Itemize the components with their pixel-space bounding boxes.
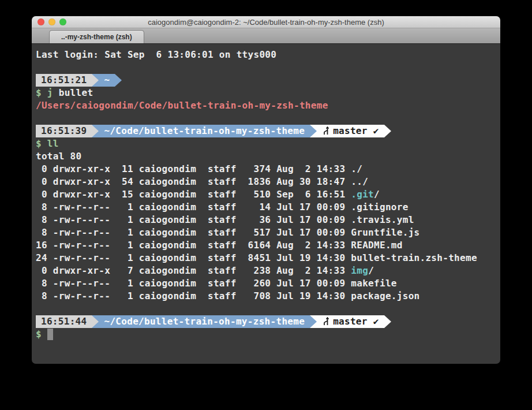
window-title: caiogondim@caiogondim-2: ~/Code/bullet-t… xyxy=(148,18,384,27)
prompt-segment-git: master ✔ xyxy=(317,125,384,137)
prompt-segment-path: ~ xyxy=(99,74,115,87)
prompt-segment-time: 16:51:21 xyxy=(36,74,92,87)
terminal-line: 16:51:39~/Code/bullet-train-oh-my-zsh-th… xyxy=(36,125,496,137)
text-run: .git xyxy=(351,188,374,201)
terminal-line: 8 -rw-r--r-- 1 caiogondim staff 14 Jul 1… xyxy=(36,201,496,214)
powerline-arrow-icon xyxy=(115,74,122,87)
terminal-line: $ ll xyxy=(36,137,496,150)
powerline-arrow-icon xyxy=(310,125,317,137)
text-run: 0 drwxr-xr-x 11 caiogondim staff 374 Aug… xyxy=(36,163,362,176)
terminal-line: $ j bullet xyxy=(36,87,496,99)
text-run: 0 drwxr-xr-x 15 caiogondim staff 510 Sep… xyxy=(36,188,351,201)
powerline-arrow-icon xyxy=(92,125,99,137)
text-run: 8 -rw-r--r-- 1 caiogondim staff 260 Jul … xyxy=(36,277,397,290)
terminal-line: total 80 xyxy=(36,150,496,163)
minimize-button-icon[interactable] xyxy=(48,18,55,25)
terminal-line: 16:51:44~/Code/bullet-train-oh-my-zsh-th… xyxy=(36,315,496,328)
prompt-segment-text: 16:51:44 xyxy=(41,315,87,328)
zoom-button-icon[interactable] xyxy=(59,18,66,25)
terminal-line: $ xyxy=(36,328,496,341)
terminal-line: 8 -rw-r--r-- 1 caiogondim staff 260 Jul … xyxy=(36,277,496,290)
terminal-line: 0 drwxr-xr-x 15 caiogondim staff 510 Sep… xyxy=(36,188,496,201)
text-run: 0 drwxr-xr-x 54 caiogondim staff 1836 Au… xyxy=(36,176,368,188)
terminal-line: 8 -rw-r--r-- 1 caiogondim staff 517 Jul … xyxy=(36,226,496,239)
terminal-line: Last login: Sat Sep 6 13:06:01 on ttys00… xyxy=(36,49,496,61)
terminal-line: 0 drwxr-xr-x 54 caiogondim staff 1836 Au… xyxy=(36,176,496,188)
prompt-segment-time: 16:51:39 xyxy=(36,125,92,137)
prompt-segment-text: master ✔ xyxy=(333,125,379,137)
prompt-segment-path: ~/Code/bullet-train-oh-my-zsh-theme xyxy=(99,125,310,137)
text-run: $ xyxy=(36,328,47,341)
text-run: 8 -rw-r--r-- 1 caiogondim staff 14 Jul 1… xyxy=(36,201,409,214)
prompt-segment-text: ~/Code/bullet-train-oh-my-zsh-theme xyxy=(104,125,305,137)
powerline-arrow-icon xyxy=(92,315,99,328)
terminal-line: 0 drwxr-xr-x 7 caiogondim staff 238 Aug … xyxy=(36,264,496,277)
text-run: bullet xyxy=(53,87,93,99)
text-cursor xyxy=(47,329,53,340)
powerline-arrow-icon xyxy=(310,315,317,328)
prompt-segment-path: ~/Code/bullet-train-oh-my-zsh-theme xyxy=(99,315,310,328)
prompt-segment-text: master ✔ xyxy=(333,315,379,328)
text-run: $ j xyxy=(36,87,53,99)
close-button-icon[interactable] xyxy=(38,18,44,25)
terminal-content[interactable]: Last login: Sat Sep 6 13:06:01 on ttys00… xyxy=(32,44,500,364)
terminal-line xyxy=(36,112,496,125)
text-run: / xyxy=(374,188,380,201)
tab-label: ..-my-zsh-theme (zsh) xyxy=(61,33,132,41)
text-run: img xyxy=(351,264,368,277)
prompt-segment-text: 16:51:39 xyxy=(41,125,87,137)
title-bar[interactable]: caiogondim@caiogondim-2: ~/Code/bullet-t… xyxy=(32,16,500,28)
text-run: 16 -rw-r--r-- 1 caiogondim staff 6164 Au… xyxy=(36,239,403,252)
prompt-segment-text: 16:51:21 xyxy=(41,74,87,87)
text-run: 8 -rw-r--r-- 1 caiogondim staff 517 Jul … xyxy=(36,226,420,239)
terminal-window: caiogondim@caiogondim-2: ~/Code/bullet-t… xyxy=(32,16,500,364)
terminal-line: 16 -rw-r--r-- 1 caiogondim staff 6164 Au… xyxy=(36,239,496,252)
tab-bar: ..-my-zsh-theme (zsh) xyxy=(32,28,500,44)
text-run: 8 -rw-r--r-- 1 caiogondim staff 36 Jul 1… xyxy=(36,214,414,226)
text-run: 8 -rw-r--r-- 1 caiogondim staff 708 Jul … xyxy=(36,290,420,303)
terminal-line xyxy=(36,303,496,315)
text-run: /Users/caiogondim/Code/bullet-train-oh-m… xyxy=(36,99,328,112)
prompt-segment-time: 16:51:44 xyxy=(36,315,92,328)
text-run: 0 drwxr-xr-x 7 caiogondim staff 238 Aug … xyxy=(36,264,351,277)
text-run: 24 -rw-r--r-- 1 caiogondim staff 8451 Ju… xyxy=(36,252,477,264)
git-branch-icon xyxy=(322,126,329,136)
prompt-segment-text: ~ xyxy=(104,74,110,87)
terminal-line: 8 -rw-r--r-- 1 caiogondim staff 36 Jul 1… xyxy=(36,214,496,226)
text-run: total 80 xyxy=(36,150,81,163)
powerline-arrow-icon xyxy=(384,315,391,328)
powerline-arrow-icon xyxy=(92,74,99,87)
text-run: $ ll xyxy=(36,137,59,150)
tab-active[interactable]: ..-my-zsh-theme (zsh) xyxy=(49,30,144,43)
terminal-line: 24 -rw-r--r-- 1 caiogondim staff 8451 Ju… xyxy=(36,252,496,264)
text-run: / xyxy=(368,264,374,277)
desktop: { "window": { "title": "caiogondim@caiog… xyxy=(0,0,532,410)
traffic-lights xyxy=(38,18,66,25)
prompt-segment-git: master ✔ xyxy=(317,315,384,328)
text-run: Last login: Sat Sep 6 13:06:01 on ttys00… xyxy=(36,49,276,61)
prompt-segment-text: ~/Code/bullet-train-oh-my-zsh-theme xyxy=(104,315,305,328)
terminal-line: 16:51:21~ xyxy=(36,74,496,87)
powerline-arrow-icon xyxy=(384,125,391,137)
terminal-line: /Users/caiogondim/Code/bullet-train-oh-m… xyxy=(36,99,496,112)
git-branch-icon xyxy=(322,317,329,326)
terminal-line: 0 drwxr-xr-x 11 caiogondim staff 374 Aug… xyxy=(36,163,496,176)
terminal-line: 8 -rw-r--r-- 1 caiogondim staff 708 Jul … xyxy=(36,290,496,303)
terminal-line xyxy=(36,61,496,74)
